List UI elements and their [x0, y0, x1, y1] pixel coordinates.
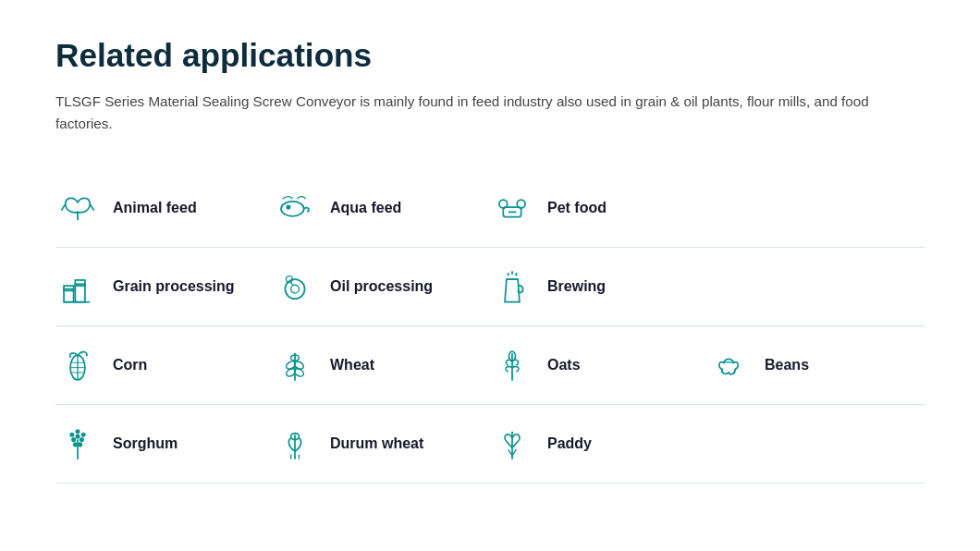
- svg-line-17: [291, 281, 293, 285]
- app-item-corn[interactable]: Corn: [55, 326, 273, 405]
- empty-cell-empty-1: [707, 169, 925, 248]
- brewing-icon: [490, 264, 534, 309]
- app-label-animal-feed: Animal feed: [113, 200, 197, 216]
- app-item-sorghum[interactable]: Sorghum: [55, 405, 273, 484]
- svg-point-41: [70, 433, 74, 436]
- app-label-beans: Beans: [765, 357, 809, 373]
- app-label-aqua-feed: Aqua feed: [330, 200, 401, 216]
- page-description: TLSGF Series Material Sealing Screw Conv…: [55, 91, 925, 136]
- sorghum-icon: [55, 422, 100, 466]
- app-label-oats: Oats: [547, 357, 581, 373]
- app-item-beans[interactable]: Beans: [707, 326, 925, 405]
- svg-point-37: [72, 437, 76, 441]
- svg-line-2: [90, 203, 93, 210]
- svg-point-6: [499, 200, 508, 208]
- app-label-paddy: Paddy: [547, 435, 592, 452]
- app-item-oats[interactable]: Oats: [490, 326, 707, 405]
- app-item-grain-processing[interactable]: Grain processing: [55, 248, 273, 326]
- grain-processing-icon: [55, 264, 100, 309]
- app-item-animal-feed[interactable]: Animal feed: [55, 169, 273, 248]
- svg-point-4: [287, 205, 290, 209]
- app-item-durum-wheat[interactable]: Durum wheat: [273, 405, 490, 484]
- oil-processing-icon: [273, 264, 317, 309]
- svg-point-3: [281, 202, 304, 216]
- app-item-oil-processing[interactable]: Oil processing: [273, 248, 490, 326]
- app-label-brewing: Brewing: [547, 278, 606, 295]
- aqua-feed-icon: [273, 186, 317, 230]
- durum-wheat-icon: [273, 422, 317, 466]
- app-label-corn: Corn: [113, 357, 147, 373]
- empty-cell-empty-2: [707, 248, 925, 326]
- svg-line-1: [61, 203, 65, 210]
- corn-icon: [55, 343, 100, 387]
- app-item-paddy[interactable]: Paddy: [490, 405, 707, 484]
- app-item-aqua-feed[interactable]: Aqua feed: [273, 169, 490, 248]
- beans-icon: [707, 343, 752, 387]
- app-label-sorghum: Sorghum: [113, 435, 178, 452]
- svg-point-40: [79, 443, 82, 447]
- applications-grid: Animal feed Aqua feed Pet food Grain pro…: [55, 169, 925, 484]
- pet-food-icon: [490, 186, 534, 230]
- svg-point-7: [517, 200, 525, 208]
- oats-icon: [490, 343, 534, 387]
- svg-point-36: [76, 435, 80, 438]
- svg-point-43: [76, 430, 80, 434]
- empty-cell-empty-3: [707, 405, 925, 484]
- svg-point-15: [291, 285, 300, 293]
- wheat-icon: [273, 343, 317, 387]
- paddy-icon: [490, 422, 534, 466]
- app-item-pet-food[interactable]: Pet food: [490, 169, 707, 248]
- svg-point-38: [80, 437, 84, 441]
- svg-point-39: [74, 443, 78, 447]
- app-label-durum-wheat: Durum wheat: [330, 435, 423, 452]
- app-item-brewing[interactable]: Brewing: [490, 248, 707, 326]
- app-label-oil-processing: Oil processing: [330, 278, 433, 295]
- app-label-pet-food: Pet food: [547, 200, 606, 216]
- app-label-grain-processing: Grain processing: [113, 278, 235, 295]
- svg-rect-11: [75, 284, 85, 301]
- animal-feed-icon: [55, 186, 100, 230]
- page-title: Related applications: [55, 37, 925, 74]
- app-label-wheat: Wheat: [330, 357, 374, 373]
- app-item-wheat[interactable]: Wheat: [273, 326, 490, 405]
- svg-point-42: [81, 433, 85, 436]
